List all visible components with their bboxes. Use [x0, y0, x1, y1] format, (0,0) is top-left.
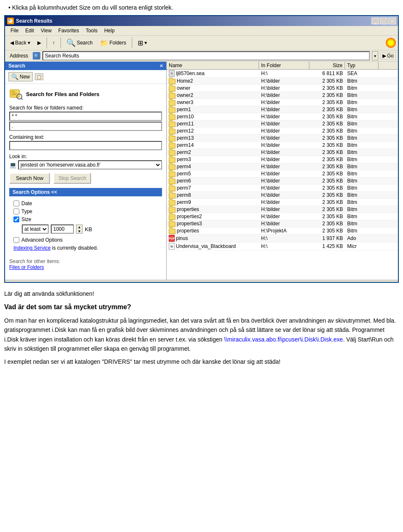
- minimize-button[interactable]: _: [372, 18, 379, 24]
- file-row[interactable]: properties3 H:\bilder 2 305 KB Bitm: [167, 220, 398, 227]
- file-name-text: properties: [177, 228, 199, 234]
- address-input[interactable]: [42, 51, 370, 60]
- file-row[interactable]: perm11 H:\bilder 2 305 KB Bitm: [167, 120, 398, 128]
- type-checkbox[interactable]: [13, 209, 19, 214]
- col-header-type[interactable]: Typ: [345, 62, 379, 69]
- file-row[interactable]: perm5 H:\bilder 2 305 KB Bitm: [167, 170, 398, 177]
- size-at-least-select[interactable]: at least at most: [22, 224, 49, 234]
- size-checkbox[interactable]: [13, 216, 19, 222]
- go-button[interactable]: ▶ Go: [380, 52, 396, 60]
- menu-edit[interactable]: Edit: [22, 27, 37, 34]
- file-row[interactable]: W Undervisa_via_Blackboard H:\ 1 425 KB …: [167, 243, 398, 250]
- menu-view[interactable]: View: [37, 27, 55, 34]
- address-dropdown[interactable]: ▾: [372, 51, 378, 60]
- search-button[interactable]: 🔍 Search: [63, 37, 96, 49]
- file-cell-type: Bitm: [345, 113, 379, 120]
- files-folders-link[interactable]: Files or Folders: [9, 264, 162, 270]
- file-cell-type: Bitm: [345, 213, 379, 220]
- folders-label: Folders: [110, 40, 126, 46]
- search-other-label: Search for other items:: [9, 258, 162, 264]
- folder-icon: [169, 207, 175, 213]
- col-header-folder[interactable]: In Folder: [259, 62, 309, 69]
- file-cell-size: 2 305 KB: [309, 163, 345, 170]
- indexing-link[interactable]: Indexing Service: [13, 245, 51, 251]
- file-cell-type: Bitm: [345, 78, 379, 84]
- col-header-size[interactable]: Size: [309, 62, 345, 69]
- menu-tools[interactable]: Tools: [82, 27, 101, 34]
- file-row[interactable]: perm8 H:\bilder 2 305 KB Bitm: [167, 192, 398, 199]
- new-search-label: New: [20, 74, 30, 80]
- named-group: Search for files or folders named:: [9, 105, 162, 131]
- folders-button[interactable]: 📁 Folders: [97, 38, 129, 48]
- new-search-button[interactable]: 🔍 New: [8, 72, 33, 81]
- file-row[interactable]: properties H:\bilder 2 305 KB Bitm: [167, 206, 398, 213]
- folder-icon: [169, 79, 175, 84]
- file-name-text: owner2: [177, 92, 193, 98]
- size-unit-label: KB: [85, 226, 92, 232]
- close-button[interactable]: ✕: [388, 18, 396, 24]
- file-row[interactable]: owner H:\bilder 2 305 KB Bitm: [167, 85, 398, 92]
- up-button[interactable]: ↑: [50, 39, 58, 47]
- file-row[interactable]: PDF pinus H:\ 1 937 KB Ado: [167, 235, 398, 243]
- file-row[interactable]: perm9 H:\bilder 2 305 KB Bitm: [167, 199, 398, 206]
- maximize-button[interactable]: □: [380, 18, 387, 24]
- file-cell-name: perm4: [167, 163, 259, 170]
- look-in-icon: 💻: [9, 162, 16, 168]
- title-bar-left: Search Results: [7, 18, 52, 24]
- named-input-2[interactable]: [9, 122, 162, 131]
- menu-file[interactable]: File: [7, 27, 22, 34]
- file-row[interactable]: perm4 H:\bilder 2 305 KB Bitm: [167, 163, 398, 170]
- file-cell-size: 2 305 KB: [309, 99, 345, 106]
- spin-up-button[interactable]: ▲: [76, 225, 82, 229]
- file-name-text: perm5: [177, 171, 191, 177]
- size-value-input[interactable]: [51, 224, 74, 234]
- file-row[interactable]: perm3 H:\bilder 2 305 KB Bitm: [167, 156, 398, 163]
- file-row[interactable]: properties2 H:\bilder 2 305 KB Bitm: [167, 213, 398, 220]
- file-cell-type: Micr: [345, 243, 379, 250]
- up-icon: ↑: [52, 40, 55, 46]
- look-in-select[interactable]: jenstest on 'homeserver.vasa.abo.fi': [18, 160, 162, 170]
- file-row[interactable]: perm14 H:\bilder 2 305 KB Bitm: [167, 142, 398, 149]
- search-files-section: Search for Files and Folders Search for …: [5, 84, 166, 274]
- file-row[interactable]: properties H:\ProjektA 2 305 KB Bitm: [167, 227, 398, 235]
- col-header-name[interactable]: Name: [167, 62, 259, 69]
- file-row[interactable]: perm12 H:\bilder 2 305 KB Bitm: [167, 128, 398, 135]
- file-row[interactable]: owner2 H:\bilder 2 305 KB Bitm: [167, 92, 398, 99]
- forward-button[interactable]: ▶: [34, 39, 44, 47]
- file-row[interactable]: S lj8570en.sea H:\ 6 811 KB SEA: [167, 70, 398, 78]
- date-checkbox[interactable]: [13, 201, 19, 206]
- menu-help[interactable]: Help: [101, 27, 118, 34]
- window-controls: _ □ ✕: [372, 18, 396, 24]
- search-now-button[interactable]: Search Now: [9, 173, 50, 184]
- view-button[interactable]: ⊞ ▾: [135, 38, 150, 48]
- file-row[interactable]: perm1 H:\bilder 2 305 KB Bitm: [167, 106, 398, 113]
- disk-link[interactable]: \\miraculix.vasa.abo.fi\pcuser\i.Disk\i.…: [224, 336, 343, 343]
- file-row[interactable]: perm10 H:\bilder 2 305 KB Bitm: [167, 113, 398, 120]
- file-row[interactable]: perm7 H:\bilder 2 305 KB Bitm: [167, 185, 398, 192]
- menu-favorites[interactable]: Favorites: [55, 27, 82, 34]
- file-row[interactable]: Home2 H:\bilder 2 305 KB Bitm: [167, 78, 398, 85]
- bullet-text: Klicka på kolumnhuvudet Size om du vill …: [12, 4, 173, 11]
- para-2: I exemplet nedan ser vi att katalogen "D…: [4, 357, 399, 366]
- file-cell-size: 2 305 KB: [309, 142, 345, 149]
- size-spinner: ▲ ▼: [76, 224, 83, 234]
- advanced-checkbox[interactable]: [13, 237, 19, 243]
- search-options-bar[interactable]: Search Options <<: [9, 188, 162, 196]
- file-cell-folder: H:\bilder: [259, 163, 309, 170]
- named-input[interactable]: [9, 112, 162, 121]
- search-panel-close[interactable]: ×: [160, 63, 163, 69]
- spin-down-button[interactable]: ▼: [76, 229, 82, 233]
- file-row[interactable]: perm6 H:\bilder 2 305 KB Bitm: [167, 177, 398, 185]
- file-name-text: properties3: [177, 221, 202, 227]
- containing-input[interactable]: [9, 141, 162, 150]
- file-row[interactable]: perm13 H:\bilder 2 305 KB Bitm: [167, 135, 398, 142]
- back-button[interactable]: ◀ Back ▾: [7, 39, 33, 47]
- file-row[interactable]: owner3 H:\bilder 2 305 KB Bitm: [167, 99, 398, 106]
- folder-icon: [169, 129, 175, 134]
- file-cell-folder: H:\bilder: [259, 156, 309, 163]
- stop-search-button[interactable]: Stop Search: [53, 173, 91, 184]
- new-search-book-icon[interactable]: 📋: [35, 73, 43, 80]
- file-name-text: Undervisa_via_Blackboard: [176, 243, 236, 249]
- file-row[interactable]: perm2 H:\bilder 2 305 KB Bitm: [167, 149, 398, 156]
- folder-icon: [169, 179, 175, 184]
